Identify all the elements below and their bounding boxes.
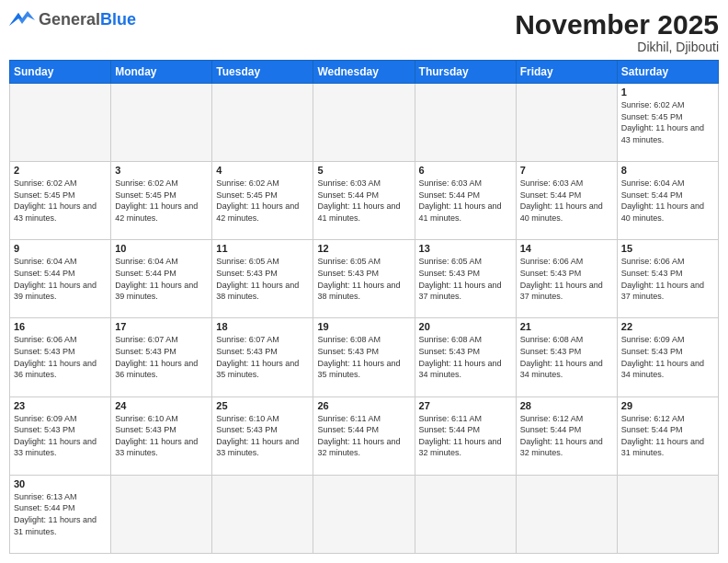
day-number: 6 xyxy=(419,165,512,176)
day-info: Sunrise: 6:07 AM Sunset: 5:43 PM Dayligh… xyxy=(216,334,309,380)
calendar-cell: 27Sunrise: 6:11 AM Sunset: 5:44 PM Dayli… xyxy=(415,396,516,475)
day-info: Sunrise: 6:11 AM Sunset: 5:44 PM Dayligh… xyxy=(419,413,512,459)
calendar-cell: 26Sunrise: 6:11 AM Sunset: 5:44 PM Dayli… xyxy=(313,396,415,475)
day-info: Sunrise: 6:02 AM Sunset: 5:45 PM Dayligh… xyxy=(621,99,714,145)
day-number: 9 xyxy=(14,243,107,254)
month-title: November 2025 xyxy=(515,9,719,40)
calendar-cell: 7Sunrise: 6:03 AM Sunset: 5:44 PM Daylig… xyxy=(516,162,617,240)
day-number: 17 xyxy=(115,321,208,332)
day-number: 21 xyxy=(520,321,613,332)
calendar-cell xyxy=(516,84,617,162)
calendar-cell xyxy=(415,84,516,162)
header: GeneralBlue November 2025 Dikhil, Djibou… xyxy=(9,9,719,54)
calendar-cell xyxy=(111,475,212,553)
calendar-cell xyxy=(212,475,313,553)
day-number: 4 xyxy=(216,165,309,176)
day-info: Sunrise: 6:05 AM Sunset: 5:43 PM Dayligh… xyxy=(216,256,309,302)
day-number: 22 xyxy=(621,321,714,332)
calendar-cell: 28Sunrise: 6:12 AM Sunset: 5:44 PM Dayli… xyxy=(516,396,617,475)
day-number: 24 xyxy=(115,400,208,411)
day-number: 27 xyxy=(419,400,512,411)
day-number: 2 xyxy=(14,165,107,176)
day-number: 18 xyxy=(216,321,309,332)
day-info: Sunrise: 6:07 AM Sunset: 5:43 PM Dayligh… xyxy=(115,334,208,380)
day-info: Sunrise: 6:05 AM Sunset: 5:43 PM Dayligh… xyxy=(317,256,410,302)
day-info: Sunrise: 6:03 AM Sunset: 5:44 PM Dayligh… xyxy=(520,178,613,224)
day-number: 19 xyxy=(317,321,410,332)
day-number: 7 xyxy=(520,165,613,176)
logo-text: GeneralBlue xyxy=(39,11,136,29)
calendar-cell: 10Sunrise: 6:04 AM Sunset: 5:44 PM Dayli… xyxy=(111,240,212,318)
calendar-cell: 2Sunrise: 6:02 AM Sunset: 5:45 PM Daylig… xyxy=(10,162,111,240)
logo-general: General xyxy=(39,10,100,29)
day-number: 12 xyxy=(317,243,410,254)
calendar-cell: 16Sunrise: 6:06 AM Sunset: 5:43 PM Dayli… xyxy=(10,318,111,396)
calendar-cell: 1Sunrise: 6:02 AM Sunset: 5:45 PM Daylig… xyxy=(617,84,718,162)
title-block: November 2025 Dikhil, Djibouti xyxy=(515,9,719,54)
day-info: Sunrise: 6:10 AM Sunset: 5:43 PM Dayligh… xyxy=(115,413,208,459)
day-info: Sunrise: 6:04 AM Sunset: 5:44 PM Dayligh… xyxy=(115,256,208,302)
day-number: 11 xyxy=(216,243,309,254)
day-number: 14 xyxy=(520,243,613,254)
day-info: Sunrise: 6:05 AM Sunset: 5:43 PM Dayligh… xyxy=(419,256,512,302)
day-info: Sunrise: 6:08 AM Sunset: 5:43 PM Dayligh… xyxy=(419,334,512,380)
calendar-table: SundayMondayTuesdayWednesdayThursdayFrid… xyxy=(9,60,719,554)
day-number: 3 xyxy=(115,165,208,176)
day-number: 1 xyxy=(621,86,714,98)
calendar-cell xyxy=(212,84,313,162)
calendar-cell: 24Sunrise: 6:10 AM Sunset: 5:43 PM Dayli… xyxy=(111,396,212,475)
calendar-cell xyxy=(313,84,415,162)
weekday-header: Sunday xyxy=(10,61,111,84)
day-info: Sunrise: 6:02 AM Sunset: 5:45 PM Dayligh… xyxy=(14,178,107,224)
calendar-cell: 17Sunrise: 6:07 AM Sunset: 5:43 PM Dayli… xyxy=(111,318,212,396)
day-number: 5 xyxy=(317,165,410,176)
calendar-cell: 29Sunrise: 6:12 AM Sunset: 5:44 PM Dayli… xyxy=(617,396,718,475)
day-number: 8 xyxy=(621,165,714,176)
logo-blue: Blue xyxy=(100,10,136,29)
calendar-cell: 3Sunrise: 6:02 AM Sunset: 5:45 PM Daylig… xyxy=(111,162,212,240)
day-number: 30 xyxy=(14,478,107,489)
day-number: 28 xyxy=(520,400,613,411)
day-info: Sunrise: 6:06 AM Sunset: 5:43 PM Dayligh… xyxy=(520,256,613,302)
day-info: Sunrise: 6:04 AM Sunset: 5:44 PM Dayligh… xyxy=(14,256,107,302)
day-info: Sunrise: 6:08 AM Sunset: 5:43 PM Dayligh… xyxy=(317,334,410,380)
day-info: Sunrise: 6:06 AM Sunset: 5:43 PM Dayligh… xyxy=(14,334,107,380)
weekday-header: Saturday xyxy=(617,61,718,84)
day-info: Sunrise: 6:02 AM Sunset: 5:45 PM Dayligh… xyxy=(115,178,208,224)
calendar-cell: 20Sunrise: 6:08 AM Sunset: 5:43 PM Dayli… xyxy=(415,318,516,396)
calendar-cell: 9Sunrise: 6:04 AM Sunset: 5:44 PM Daylig… xyxy=(10,240,111,318)
day-number: 26 xyxy=(317,400,410,411)
calendar-cell xyxy=(617,475,718,553)
day-number: 23 xyxy=(14,400,107,411)
calendar-cell: 18Sunrise: 6:07 AM Sunset: 5:43 PM Dayli… xyxy=(212,318,313,396)
calendar-cell: 30Sunrise: 6:13 AM Sunset: 5:44 PM Dayli… xyxy=(10,475,111,553)
day-info: Sunrise: 6:12 AM Sunset: 5:44 PM Dayligh… xyxy=(520,413,613,459)
day-info: Sunrise: 6:06 AM Sunset: 5:43 PM Dayligh… xyxy=(621,256,714,302)
calendar-cell: 6Sunrise: 6:03 AM Sunset: 5:44 PM Daylig… xyxy=(415,162,516,240)
calendar-cell: 4Sunrise: 6:02 AM Sunset: 5:45 PM Daylig… xyxy=(212,162,313,240)
page: GeneralBlue November 2025 Dikhil, Djibou… xyxy=(0,0,728,563)
calendar-cell: 19Sunrise: 6:08 AM Sunset: 5:43 PM Dayli… xyxy=(313,318,415,396)
day-info: Sunrise: 6:02 AM Sunset: 5:45 PM Dayligh… xyxy=(216,178,309,224)
logo: GeneralBlue xyxy=(9,9,136,29)
day-number: 10 xyxy=(115,243,208,254)
day-info: Sunrise: 6:12 AM Sunset: 5:44 PM Dayligh… xyxy=(621,413,714,459)
calendar-cell xyxy=(516,475,617,553)
calendar-cell: 14Sunrise: 6:06 AM Sunset: 5:43 PM Dayli… xyxy=(516,240,617,318)
location: Dikhil, Djibouti xyxy=(515,40,719,54)
weekday-header: Thursday xyxy=(415,61,516,84)
day-info: Sunrise: 6:13 AM Sunset: 5:44 PM Dayligh… xyxy=(14,491,107,537)
weekday-header: Wednesday xyxy=(313,61,415,84)
day-info: Sunrise: 6:08 AM Sunset: 5:43 PM Dayligh… xyxy=(520,334,613,380)
logo-bird-icon xyxy=(9,9,35,29)
day-info: Sunrise: 6:09 AM Sunset: 5:43 PM Dayligh… xyxy=(621,334,714,380)
calendar-cell xyxy=(10,84,111,162)
day-number: 15 xyxy=(621,243,714,254)
calendar-cell: 25Sunrise: 6:10 AM Sunset: 5:43 PM Dayli… xyxy=(212,396,313,475)
calendar-cell: 23Sunrise: 6:09 AM Sunset: 5:43 PM Dayli… xyxy=(10,396,111,475)
calendar-cell: 8Sunrise: 6:04 AM Sunset: 5:44 PM Daylig… xyxy=(617,162,718,240)
calendar-cell: 22Sunrise: 6:09 AM Sunset: 5:43 PM Dayli… xyxy=(617,318,718,396)
day-info: Sunrise: 6:09 AM Sunset: 5:43 PM Dayligh… xyxy=(14,413,107,459)
calendar-cell: 12Sunrise: 6:05 AM Sunset: 5:43 PM Dayli… xyxy=(313,240,415,318)
day-info: Sunrise: 6:04 AM Sunset: 5:44 PM Dayligh… xyxy=(621,178,714,224)
